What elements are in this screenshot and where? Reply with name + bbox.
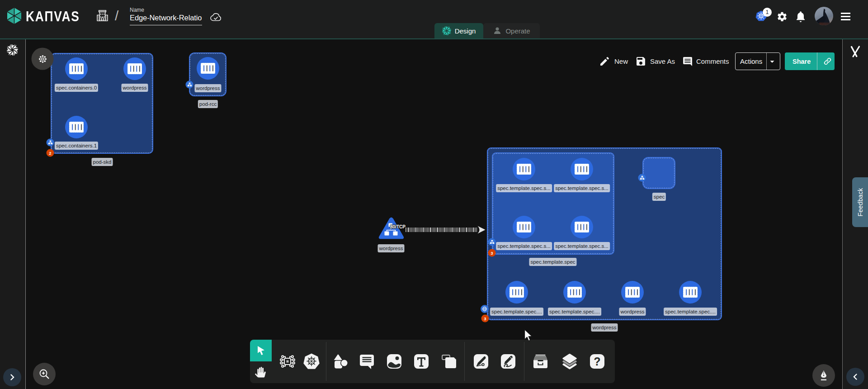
svg-text:?: ?: [594, 355, 600, 368]
